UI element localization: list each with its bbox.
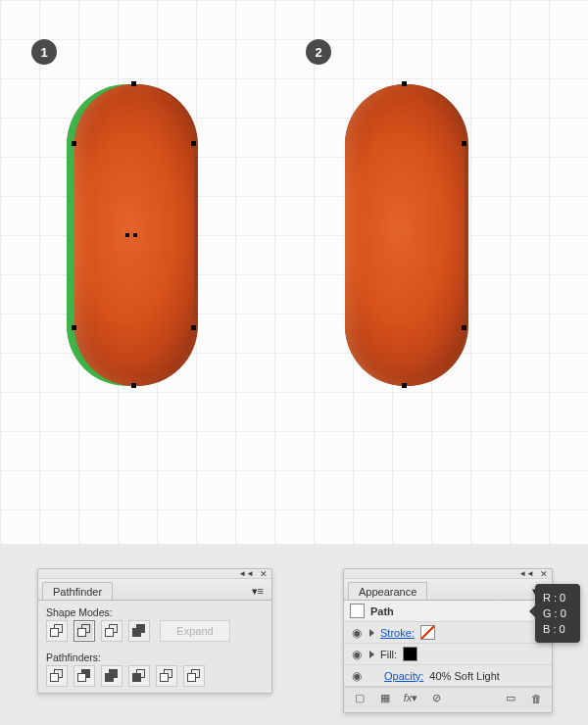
close-icon[interactable]: ✕ xyxy=(540,569,548,579)
appearance-object-row[interactable]: Path xyxy=(344,601,552,622)
anchor-point[interactable] xyxy=(402,383,407,388)
stroke-swatch[interactable] xyxy=(420,625,435,640)
appearance-stroke-row[interactable]: ◉ Stroke: xyxy=(344,622,552,644)
collapse-icon[interactable]: ◄◄ xyxy=(518,569,534,578)
pathfinder-crop[interactable] xyxy=(128,665,150,687)
visibility-icon[interactable]: ◉ xyxy=(350,626,364,640)
fill-label: Fill: xyxy=(380,649,397,660)
no-selection-icon[interactable]: ▢ xyxy=(352,692,368,704)
anchor-point[interactable] xyxy=(131,81,136,86)
pathfinder-merge[interactable] xyxy=(101,665,122,687)
stroke-label[interactable]: Stroke: xyxy=(380,627,415,639)
appearance-footer: ▢ ▦ fx▾ ⊘ ▭ 🗑 xyxy=(344,687,552,708)
pathfinder-panel: ◄◄ ✕ Pathfinder ▾≡ Shape Modes: Expand P… xyxy=(37,568,272,694)
new-art-icon[interactable]: ▦ xyxy=(377,692,393,704)
shape-mode-unite[interactable] xyxy=(46,620,68,642)
panel-tabs: Appearance ▾≡ xyxy=(344,579,552,601)
panel-tabs: Pathfinder ▾≡ xyxy=(38,579,271,601)
close-icon[interactable]: ✕ xyxy=(260,569,268,579)
anchor-point[interactable] xyxy=(72,141,76,146)
appearance-body: Path ◉ Stroke: ◉ Fill: ◉ Opacity: 40% So… xyxy=(344,601,552,687)
appearance-opacity-row[interactable]: ◉ Opacity: 40% Soft Light xyxy=(344,665,552,687)
trash-icon[interactable]: 🗑 xyxy=(528,693,544,704)
collapse-icon[interactable]: ◄◄ xyxy=(238,569,254,578)
shape-mode-exclude[interactable] xyxy=(128,620,150,642)
tab-appearance[interactable]: Appearance xyxy=(348,582,427,600)
pathfinders-label: Pathfinders: xyxy=(38,646,271,665)
shape-mode-minus-front[interactable] xyxy=(74,620,95,642)
expand-button[interactable]: Expand xyxy=(160,620,230,642)
anchor-point[interactable] xyxy=(131,383,136,388)
rgb-g: G : 0 xyxy=(543,605,572,621)
expand-label: Expand xyxy=(176,625,213,637)
step-badge-2-label: 2 xyxy=(315,45,321,60)
disclosure-icon[interactable] xyxy=(369,629,374,637)
anchor-point[interactable] xyxy=(191,325,196,330)
object-label: Path xyxy=(370,605,394,617)
rgb-b: B : 0 xyxy=(543,621,572,637)
fill-swatch[interactable] xyxy=(403,647,417,661)
tab-label: Appearance xyxy=(359,586,416,598)
pathfinder-trim[interactable] xyxy=(74,665,95,687)
step-badge-1-label: 1 xyxy=(40,45,47,60)
duplicate-icon[interactable]: ▭ xyxy=(503,692,518,704)
center-point[interactable] xyxy=(133,233,137,237)
object-thumb xyxy=(350,604,365,618)
artboard-canvas[interactable]: 1 2 xyxy=(0,0,588,544)
tab-label: Pathfinder xyxy=(53,586,102,598)
appearance-fill-row[interactable]: ◉ Fill: xyxy=(344,644,552,665)
fx-icon[interactable]: fx▾ xyxy=(403,692,418,704)
pathfinders-row xyxy=(38,665,271,691)
opacity-label[interactable]: Opacity: xyxy=(384,670,423,682)
step-badge-1: 1 xyxy=(31,39,57,65)
appearance-panel: ◄◄ ✕ Appearance ▾≡ Path ◉ Stroke: ◉ Fill… xyxy=(343,568,553,713)
shape-modes-label: Shape Modes: xyxy=(38,601,271,620)
shape-modes-row: Expand xyxy=(38,620,271,646)
tab-pathfinder[interactable]: Pathfinder xyxy=(42,582,113,600)
opacity-value: 40% Soft Light xyxy=(429,670,500,682)
panel-menu-icon[interactable]: ▾≡ xyxy=(248,585,268,600)
anchor-point[interactable] xyxy=(191,141,196,146)
disclosure-icon[interactable] xyxy=(369,651,374,658)
pathfinder-outline[interactable] xyxy=(156,665,177,687)
rgb-tooltip: R : 0 G : 0 B : 0 xyxy=(535,584,580,643)
pathfinder-divide[interactable] xyxy=(46,665,68,687)
anchor-point[interactable] xyxy=(72,325,76,330)
shape-mode-intersect[interactable] xyxy=(101,620,122,642)
pathfinder-minus-back[interactable] xyxy=(183,665,205,687)
anchor-point[interactable] xyxy=(402,81,407,86)
panel-topbar: ◄◄ ✕ xyxy=(38,569,271,579)
pill-orange-shape xyxy=(345,84,465,386)
step-badge-2: 2 xyxy=(306,39,331,65)
rgb-r: R : 0 xyxy=(543,590,572,605)
visibility-icon[interactable]: ◉ xyxy=(350,669,364,683)
center-point[interactable] xyxy=(125,233,129,237)
panel-topbar: ◄◄ ✕ xyxy=(344,569,552,579)
clear-icon[interactable]: ⊘ xyxy=(428,692,444,704)
anchor-point[interactable] xyxy=(462,141,466,146)
visibility-icon[interactable]: ◉ xyxy=(350,648,364,661)
anchor-point[interactable] xyxy=(462,325,466,330)
